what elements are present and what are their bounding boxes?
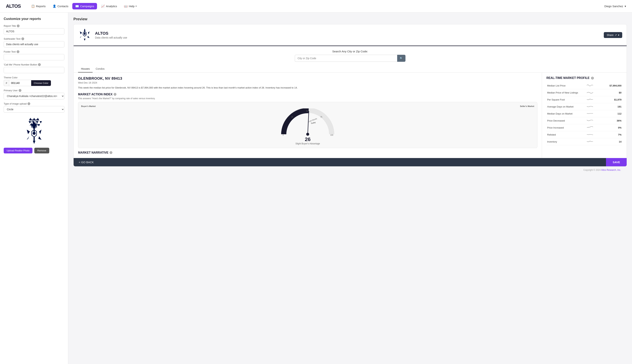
svg-marker-2 (29, 118, 32, 120)
market-row-value: 191 (600, 103, 622, 110)
gauge-subtitle: Slight Buyer's Advantage (81, 142, 534, 145)
search-row: 🔍 (295, 55, 405, 62)
preview-logo (78, 28, 91, 42)
remove-photo-button[interactable]: Remove (34, 148, 49, 154)
primary-user-info-icon[interactable]: i (19, 89, 22, 92)
svg-text:50: 50 (306, 110, 308, 112)
table-row: Per Square Foot $1,979 (546, 96, 622, 103)
market-row-value: 112 (600, 110, 622, 117)
svg-marker-16 (27, 136, 29, 140)
market-row-sparkline (580, 82, 600, 89)
call-me-info-icon[interactable]: i (38, 63, 41, 66)
share-icon: ↗ (615, 34, 617, 36)
footer-input[interactable] (4, 54, 64, 60)
theme-color-group: Theme Color # Choose Color (4, 76, 64, 86)
preview-search: Search Any City or Zip Code: 🔍 (74, 46, 627, 66)
save-button[interactable]: SAVE (606, 158, 627, 166)
footer-link[interactable]: Altos Research, Inc. (601, 169, 621, 171)
color-hash: # (4, 80, 9, 86)
search-button[interactable]: 🔍 (397, 55, 405, 62)
svg-text:Today: Today (311, 121, 316, 124)
market-row-value: 36% (600, 117, 622, 124)
nav-item-analytics[interactable]: 📈 Analytics (98, 3, 120, 10)
footer-text: Copyright © 2024 (583, 169, 601, 171)
market-row-sparkline (580, 131, 600, 138)
market-row-label: Per Square Foot (546, 96, 580, 103)
subheader-info-icon[interactable]: i (22, 38, 24, 40)
table-row: Relisted 7% (546, 131, 622, 138)
city-date: Wed Dec 18 2024 (78, 81, 537, 84)
share-button[interactable]: Share ↗ ▾ (604, 32, 622, 38)
market-narrative-info-icon[interactable]: i (110, 151, 112, 154)
nav-label-reports: Reports (36, 4, 46, 8)
image-upload-select[interactable]: Circle Square None (4, 106, 64, 113)
preview-tabs: Houses Condos (74, 66, 627, 73)
gauge-svg: 0 25 50 75 100 Last Month Today (280, 108, 335, 138)
market-row-label: Price Increased (546, 124, 580, 131)
footer-info-icon[interactable]: i (17, 50, 19, 53)
nav-label-campaigns: Campaigns (80, 4, 94, 8)
market-row-label: Average Days on Market (546, 103, 580, 110)
svg-marker-26 (80, 36, 82, 38)
share-label: Share (607, 34, 613, 36)
nav-item-reports[interactable]: 📋 Reports (28, 3, 49, 10)
nav-item-contacts[interactable]: 👤 Contacts (50, 3, 71, 10)
choose-color-button[interactable]: Choose Color (31, 80, 51, 86)
svg-rect-20 (34, 128, 35, 132)
preview-content: Glenbrook, NV 89413 Wed Dec 18 2024 This… (74, 73, 627, 158)
svg-marker-3 (33, 118, 36, 120)
table-row: Median Days on Market 112 (546, 110, 622, 117)
preview-right: Real-Time Market Profile i Median List P… (542, 73, 627, 158)
call-me-input[interactable] (4, 67, 64, 73)
market-row-sparkline (580, 117, 600, 124)
report-title-input[interactable] (4, 28, 64, 34)
market-row-value: $0 (600, 89, 622, 96)
reports-icon: 📋 (31, 4, 35, 8)
svg-marker-8 (40, 121, 42, 123)
image-upload-info-icon[interactable]: i (28, 102, 30, 105)
table-row: Average Days on Market 191 (546, 103, 622, 110)
report-title-info-icon[interactable]: i (17, 24, 20, 27)
altos-logo-display (4, 124, 64, 145)
report-title-label: Report Title (4, 24, 16, 27)
nav-item-campaigns[interactable]: ✉️ Campaigns (72, 3, 97, 10)
svg-marker-24 (88, 36, 90, 38)
go-back-button[interactable]: < GO BACK (74, 158, 99, 166)
sidebar-title: Customize your reports (4, 17, 64, 21)
search-input[interactable] (295, 55, 397, 62)
table-row: Inventory 14 (546, 138, 622, 145)
svg-marker-4 (36, 118, 39, 120)
svg-marker-17 (27, 130, 30, 134)
call-me-group: 'Call Me' Phone Number Button i (4, 63, 64, 73)
upload-realtor-photo-button[interactable]: Upload Realtor Photo (4, 148, 33, 154)
primary-user-label: Primary User (4, 89, 18, 92)
chevron-down-icon: ▾ (136, 5, 137, 8)
color-input[interactable] (9, 80, 31, 86)
subheader-group: Subheader Text i (4, 38, 64, 48)
user-menu[interactable]: Diego Sanchez ▾ (604, 4, 626, 8)
svg-marker-15 (33, 141, 36, 144)
market-row-sparkline (580, 138, 600, 145)
market-row-label: Median Days on Market (546, 110, 580, 117)
market-row-label: Median List Price (546, 82, 580, 89)
market-row-label: Relisted (546, 131, 580, 138)
footer-label: Footer Text (4, 50, 16, 53)
nav-item-help[interactable]: 📖 Help ▾ (121, 3, 140, 10)
gauge-svg-wrap: 0 25 50 75 100 Last Month Today (81, 108, 534, 138)
subheader-input[interactable] (4, 41, 64, 48)
svg-point-19 (33, 132, 36, 135)
market-row-sparkline (580, 103, 600, 110)
tab-houses[interactable]: Houses (78, 66, 93, 72)
tab-condos[interactable]: Condos (93, 66, 107, 72)
market-row-sparkline (580, 89, 600, 96)
nav-items: 📋 Reports 👤 Contacts ✉️ Campaigns 📈 Anal… (28, 3, 604, 10)
analytics-icon: 📈 (101, 4, 105, 8)
brand-logo: ALTOS (6, 3, 21, 9)
market-action-info-icon[interactable]: i (114, 93, 116, 96)
primary-user-select[interactable]: Chanakya Kukkala <chanutest22@altos.re> (4, 93, 64, 100)
market-profile-info-icon[interactable]: i (591, 77, 594, 80)
preview-left: Glenbrook, NV 89413 Wed Dec 18 2024 This… (74, 73, 542, 158)
preview-brand-name: ALTOS (95, 31, 600, 36)
svg-text:0: 0 (283, 134, 284, 136)
svg-marker-25 (84, 39, 86, 41)
